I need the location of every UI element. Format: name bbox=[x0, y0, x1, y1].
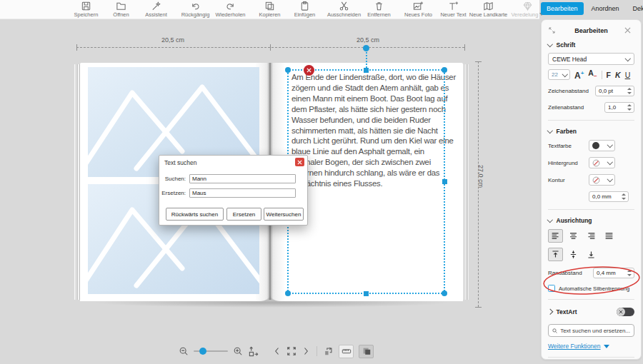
replace-label: Ersetzen: bbox=[159, 190, 189, 196]
paste-button[interactable]: Einfügen bbox=[287, 1, 322, 18]
search-icon bbox=[552, 328, 557, 334]
resize-handle-n[interactable] bbox=[364, 68, 369, 73]
align-center-button[interactable] bbox=[566, 229, 581, 243]
detach-panel-icon[interactable] bbox=[548, 26, 558, 34]
line-spacing-stepper[interactable]: 1,0 bbox=[604, 102, 634, 113]
find-replace-search-box[interactable]: Text suchen und ersetzen... bbox=[548, 324, 634, 337]
font-family-select[interactable]: CEWE Head bbox=[548, 53, 634, 65]
chevron-down-icon bbox=[607, 176, 612, 182]
italic-button[interactable]: K bbox=[615, 71, 621, 79]
chevron-right-icon[interactable] bbox=[547, 309, 553, 315]
previous-page-button[interactable] bbox=[273, 347, 281, 355]
no-color-icon bbox=[592, 176, 600, 184]
guide-tick bbox=[76, 44, 77, 51]
toolbar-separator bbox=[316, 346, 317, 356]
stepper-arrows-icon[interactable] bbox=[625, 88, 634, 94]
valign-middle-button[interactable] bbox=[566, 248, 581, 261]
trash-icon bbox=[374, 1, 384, 11]
spread-view-button[interactable] bbox=[359, 345, 374, 358]
save-button[interactable]: Speichern bbox=[69, 1, 104, 18]
color-swatch-black bbox=[592, 142, 599, 149]
delete-button[interactable]: Entfernen bbox=[362, 1, 397, 18]
margin-stepper[interactable]: 0,4 mm bbox=[593, 268, 634, 278]
valign-bottom-button[interactable] bbox=[584, 248, 599, 261]
font-decrease-button[interactable]: A− bbox=[588, 69, 597, 80]
more-functions-link[interactable]: Weitere Funktionen bbox=[548, 343, 601, 350]
search-forward-button[interactable]: Weitersuchen bbox=[264, 208, 304, 221]
redo-button[interactable]: Wiederholen bbox=[213, 1, 248, 18]
undo-button[interactable]: Rückgängig bbox=[178, 1, 213, 18]
resize-handle-e[interactable] bbox=[442, 179, 447, 184]
new-text-button[interactable]: Neuer Text bbox=[436, 1, 471, 18]
tab-anordnen[interactable]: Anordnen bbox=[586, 2, 625, 15]
panel-close-icon[interactable] bbox=[624, 27, 634, 34]
bold-button[interactable]: F bbox=[607, 71, 611, 79]
dialog-close-button[interactable] bbox=[295, 158, 304, 166]
zoom-in-button[interactable] bbox=[233, 346, 243, 356]
valign-top-button[interactable] bbox=[548, 248, 563, 261]
stepper-arrows-icon[interactable] bbox=[619, 193, 628, 200]
resize-handle-ne[interactable] bbox=[442, 67, 447, 73]
zoom-out-button[interactable] bbox=[179, 346, 189, 356]
copy-button[interactable]: Kopieren bbox=[252, 1, 287, 18]
search-backward-button[interactable]: Rückwärts suchen bbox=[166, 208, 224, 221]
close-icon bbox=[297, 160, 302, 165]
open-folder-icon bbox=[116, 1, 126, 11]
new-photo-button[interactable]: Neues Foto bbox=[401, 1, 436, 18]
tab-dekorieren[interactable]: Dekorieren bbox=[627, 2, 643, 15]
width-guide-left bbox=[76, 47, 270, 48]
section-schrift[interactable]: Schrift bbox=[548, 41, 634, 49]
resize-handle-sw[interactable] bbox=[285, 290, 291, 296]
section-ausrichtung[interactable]: Ausrichtung bbox=[548, 217, 634, 224]
replace-input[interactable] bbox=[189, 188, 296, 198]
scissors-icon bbox=[339, 1, 349, 11]
line-spacing-label: Zeilenabstand bbox=[548, 104, 604, 111]
stepper-arrows-icon[interactable] bbox=[625, 104, 634, 111]
delete-handle[interactable] bbox=[304, 65, 314, 76]
background-color-select[interactable] bbox=[589, 157, 615, 168]
align-left-button[interactable] bbox=[548, 229, 563, 243]
outline-color-select[interactable] bbox=[589, 174, 615, 186]
font-increase-button[interactable]: A+ bbox=[574, 70, 584, 79]
stepper-arrows-icon[interactable] bbox=[625, 270, 634, 276]
fullscreen-button[interactable] bbox=[286, 346, 296, 356]
align-left-icon bbox=[551, 231, 560, 241]
embellishment-button: Veredelung bbox=[510, 1, 545, 18]
text-color-select[interactable] bbox=[589, 140, 615, 151]
fit-page-button[interactable] bbox=[248, 346, 259, 357]
divider bbox=[548, 209, 634, 210]
view-toolbar bbox=[179, 343, 374, 359]
search-input[interactable] bbox=[189, 174, 296, 183]
cut-button[interactable]: Ausschneiden bbox=[327, 1, 362, 18]
ruler-toggle-button[interactable] bbox=[339, 345, 354, 358]
char-spacing-stepper[interactable]: 0,0 pt bbox=[595, 86, 634, 96]
underline-button[interactable]: U bbox=[625, 71, 631, 79]
page-overview-button[interactable] bbox=[324, 346, 334, 356]
align-right-button[interactable] bbox=[584, 229, 599, 243]
resize-handle-s[interactable] bbox=[364, 291, 369, 296]
next-page-button[interactable] bbox=[301, 347, 310, 355]
textart-label: TextArt bbox=[557, 308, 577, 315]
resize-handle-nw[interactable] bbox=[285, 67, 291, 73]
rotate-handle[interactable] bbox=[363, 45, 369, 51]
section-farben[interactable]: Farben bbox=[548, 128, 634, 135]
rotation-stem bbox=[366, 50, 367, 68]
assistant-button[interactable]: Assistent bbox=[139, 1, 174, 18]
undo-icon bbox=[190, 1, 201, 11]
ruler-icon bbox=[342, 346, 352, 356]
replace-button[interactable]: Ersetzen bbox=[226, 208, 261, 221]
chevron-down-icon bbox=[547, 41, 553, 47]
zoom-slider[interactable] bbox=[194, 350, 228, 352]
resize-handle-se[interactable] bbox=[442, 290, 447, 296]
new-map-button[interactable]: Neue Landkarte bbox=[471, 1, 506, 18]
align-justify-button[interactable] bbox=[602, 229, 617, 243]
font-size-select[interactable]: 22 bbox=[548, 69, 570, 80]
open-button[interactable]: Öffnen bbox=[104, 1, 139, 18]
tab-bearbeiten[interactable]: Bearbeiten bbox=[541, 2, 584, 15]
text-selection-frame[interactable] bbox=[287, 69, 445, 294]
hyphenation-checkbox[interactable] bbox=[548, 285, 555, 292]
dropdown-caret-icon bbox=[604, 345, 609, 348]
zoom-slider-thumb[interactable] bbox=[199, 348, 206, 355]
textart-toggle[interactable] bbox=[617, 308, 634, 316]
outline-width-stepper[interactable]: 0,0 mm bbox=[589, 191, 629, 202]
